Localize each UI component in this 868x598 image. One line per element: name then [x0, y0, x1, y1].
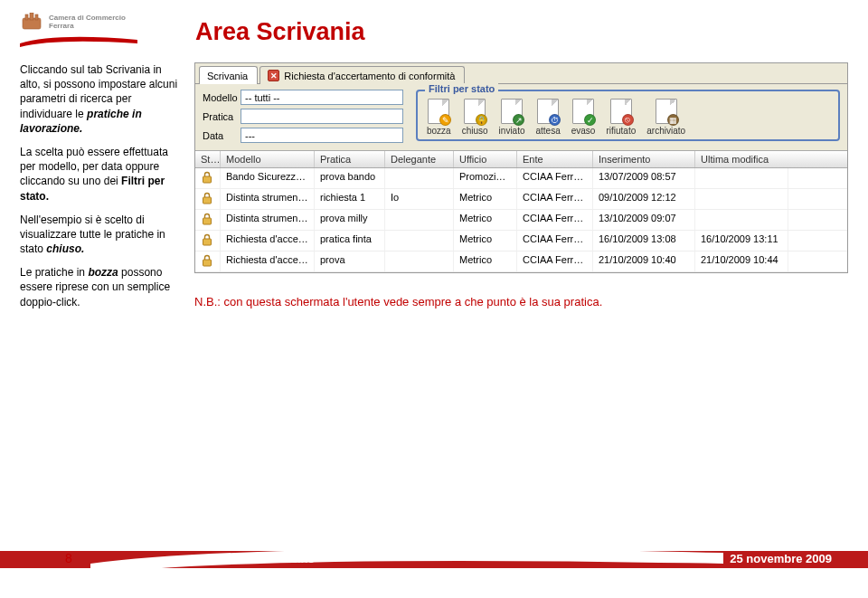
cell-modello: Richiesta d'accert… — [221, 252, 315, 271]
pratica-input[interactable] — [241, 109, 403, 124]
cell-ultima: 21/10/2009 10:44 — [695, 252, 788, 271]
stato-label: evaso — [571, 126, 596, 136]
document-icon: ✓ — [572, 99, 594, 124]
logo-block: Camera di Commercio Ferrara — [20, 13, 156, 43]
modello-select[interactable]: -- tutti -- — [241, 90, 403, 105]
col-ultima[interactable]: Ultima modifica — [695, 151, 788, 167]
cell-delegante — [385, 252, 454, 271]
cell-modello: Distinta strumenti… — [221, 210, 315, 230]
table-row[interactable]: Richiesta d'accert…pratica fintaMetricoC… — [195, 231, 847, 252]
data-select[interactable]: --- — [241, 128, 403, 143]
footer: 8 Modulistica on-line 25 novembre 2009 — [0, 540, 868, 584]
cell-delegante — [385, 210, 454, 230]
para-4b: bozza — [88, 266, 118, 279]
cell-ente: CCIAA Ferrara — [517, 231, 593, 251]
lock-icon — [201, 233, 213, 246]
modello-label: Modello — [203, 92, 241, 103]
cell-ufficio: Metrico — [454, 231, 517, 251]
document-icon: 🔒 — [464, 99, 486, 124]
svg-rect-1 — [25, 14, 28, 20]
col-delegante[interactable]: Delegante — [385, 151, 454, 167]
cell-delegante — [385, 168, 454, 188]
cell-pratica: pratica finta — [315, 231, 385, 251]
pratiche-table: St… Modello Pratica Delegante Ufficio En… — [195, 151, 847, 272]
stato-label: attesa — [536, 126, 561, 136]
close-icon[interactable]: ✕ — [268, 70, 279, 81]
swoosh-icon — [20, 34, 137, 43]
cell-pratica: prova bando — [315, 168, 385, 188]
svg-rect-3 — [30, 13, 33, 20]
cell-ente: CCIAA Ferrara — [517, 252, 593, 271]
app-window: Scrivania ✕ Richiesta d'accertamento di … — [194, 62, 848, 273]
cell-inserimento: 13/07/2009 08:57 — [593, 168, 695, 188]
cell-delegante: Io — [385, 189, 454, 209]
table-row[interactable]: Distinta strumenti…prova millyMetricoCCI… — [195, 210, 847, 231]
tab-scrivania[interactable]: Scrivania — [199, 66, 258, 84]
page-title: Area Scrivania — [195, 18, 365, 46]
coat-of-arms-icon — [20, 13, 43, 33]
tab-label: Richiesta d'accertamento di conformità — [284, 71, 455, 81]
stato-title: Filtri per stato — [425, 83, 498, 94]
cell-ente: CCIAA Ferrara — [517, 168, 593, 188]
col-inserimento[interactable]: Inserimento — [593, 151, 695, 167]
document-icon: ⦸ — [610, 99, 632, 124]
col-modello[interactable]: Modello — [221, 151, 315, 167]
stato-chiuso[interactable]: 🔒chiuso — [462, 99, 488, 136]
cell-ente: CCIAA Ferrara — [517, 210, 593, 230]
svg-rect-4 — [203, 176, 212, 183]
cell-ultima — [695, 210, 788, 230]
svg-rect-7 — [203, 239, 212, 245]
page-number: 8 — [65, 551, 72, 565]
cell-ufficio: Metrico — [454, 189, 517, 209]
cell-ente: CCIAA Ferrara — [517, 189, 593, 209]
cell-delegante — [385, 231, 454, 251]
svg-rect-8 — [203, 260, 212, 266]
filtri-per-stato: Filtri per stato ✎bozza🔒chiuso↗inviato⏱a… — [416, 90, 840, 141]
tab-label: Scrivania — [207, 71, 248, 81]
stato-label: chiuso — [462, 126, 488, 136]
stato-inviato[interactable]: ↗inviato — [499, 99, 525, 136]
stato-label: rifiutato — [606, 126, 636, 136]
instruction-text: Cliccando sul tab Scrivania in alto, si … — [20, 62, 178, 318]
document-icon: ✎ — [428, 99, 449, 124]
table-row[interactable]: Richiesta d'accert…provaMetricoCCIAA Fer… — [195, 252, 847, 272]
stato-bozza[interactable]: ✎bozza — [427, 99, 451, 136]
stato-archiviato[interactable]: ▦archiviato — [646, 99, 685, 136]
filter-fields: Modello -- tutti -- Pratica Data --- — [203, 90, 403, 143]
col-st[interactable]: St… — [195, 151, 221, 167]
cell-inserimento: 21/10/2009 10:40 — [593, 252, 695, 271]
svg-rect-6 — [203, 218, 212, 224]
table-row[interactable]: Distinta strumenti…richiesta 1IoMetricoC… — [195, 189, 847, 210]
stato-attesa[interactable]: ⏱attesa — [536, 99, 561, 136]
lock-icon — [201, 171, 213, 184]
document-icon: ↗ — [501, 99, 523, 124]
pratica-label: Pratica — [203, 111, 241, 122]
lock-icon — [201, 213, 213, 225]
lock-icon — [201, 192, 213, 204]
table-row[interactable]: Bando Sicurezza …prova bandoPromozioneCC… — [195, 168, 847, 189]
para-4a: Le pratiche in — [20, 266, 88, 279]
stato-label: archiviato — [646, 126, 685, 136]
cell-pratica: richiesta 1 — [315, 189, 385, 209]
cell-inserimento: 13/10/2009 09:07 — [593, 210, 695, 230]
footer-date: 25 novembre 2009 — [730, 552, 832, 565]
tab-bar: Scrivania ✕ Richiesta d'accertamento di … — [195, 63, 847, 84]
cell-modello: Distinta strumenti… — [221, 189, 315, 209]
document-icon: ▦ — [656, 99, 677, 124]
stato-rifiutato[interactable]: ⦸rifiutato — [606, 99, 636, 136]
org-name: Camera di Commercio Ferrara — [49, 14, 126, 31]
document-icon: ⏱ — [537, 99, 559, 124]
cell-inserimento: 09/10/2009 12:12 — [593, 189, 695, 209]
cell-ultima: 16/10/2009 13:11 — [695, 231, 788, 251]
cell-pratica: prova — [315, 252, 385, 271]
footer-swoosh-icon — [90, 540, 723, 574]
col-pratica[interactable]: Pratica — [315, 151, 385, 167]
cell-inserimento: 16/10/2009 13:08 — [593, 231, 695, 251]
nb-text: N.B.: con questa schermata l'utente vede… — [194, 295, 848, 308]
stato-evaso[interactable]: ✓evaso — [571, 99, 596, 136]
svg-rect-2 — [35, 14, 38, 20]
tab-richiesta[interactable]: ✕ Richiesta d'accertamento di conformità — [259, 66, 465, 84]
col-ufficio[interactable]: Ufficio — [454, 151, 517, 167]
stato-label: inviato — [499, 126, 525, 136]
col-ente[interactable]: Ente — [517, 151, 593, 167]
